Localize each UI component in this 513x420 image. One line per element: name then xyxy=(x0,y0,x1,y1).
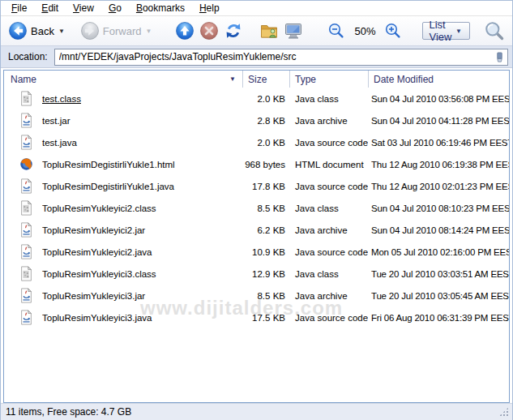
file-name: TopluResimYukleyici3.jar xyxy=(42,291,145,301)
computer-button[interactable] xyxy=(281,19,306,42)
menu-view[interactable]: View xyxy=(66,1,101,15)
menu-edit[interactable]: Edit xyxy=(34,1,66,15)
java-archive-file-icon xyxy=(19,222,34,238)
column-headers: Name ▼ Size Type Date Modified xyxy=(4,71,509,88)
forward-button[interactable]: Forward xyxy=(78,19,144,42)
zoom-out-button[interactable] xyxy=(325,20,348,41)
table-row[interactable]: TopluResimYukleyici2.class 8.5 KB Java c… xyxy=(4,197,509,219)
column-header-size[interactable]: Size xyxy=(242,71,289,88)
file-name: TopluResimYukleyici3.class xyxy=(42,269,156,279)
status-text: 11 items, Free space: 4.7 GB xyxy=(6,406,131,418)
file-list: Name ▼ Size Type Date Modified test.clas… xyxy=(3,70,510,403)
file-type: Java archive xyxy=(289,225,368,235)
zoom-level: 50% xyxy=(348,25,382,37)
file-type: Java class xyxy=(289,269,368,279)
stop-button[interactable] xyxy=(197,19,221,42)
file-date: Sat 03 Jul 2010 06:19:46 PM EEST xyxy=(368,138,509,148)
file-date: Fri 06 Aug 2010 06:31:39 PM EEST xyxy=(368,313,509,323)
location-bar: Location: xyxy=(1,46,512,68)
file-manager-window: File Edit View Go Bookmarks Help Back ▼ … xyxy=(0,0,513,420)
file-type: Java source code xyxy=(289,313,368,323)
view-mode-value: List View xyxy=(429,19,454,43)
forward-icon xyxy=(80,21,100,41)
file-size: 12.9 KB xyxy=(242,269,289,279)
java-class-file-icon xyxy=(19,91,34,106)
file-name: TopluResimDegistirliYukle1.html xyxy=(42,160,175,169)
resize-grip[interactable] xyxy=(498,407,509,417)
java-class-file-icon xyxy=(19,266,34,281)
back-icon xyxy=(8,21,28,41)
column-header-date[interactable]: Date Modified xyxy=(368,71,509,88)
table-row[interactable]: TopluResimDegistirliYukle1.html 968 byte… xyxy=(4,153,509,175)
home-button[interactable] xyxy=(257,19,281,42)
table-row[interactable]: TopluResimDegistirliYukle1.java 17.8 KB … xyxy=(4,175,509,197)
table-row[interactable]: test.jar 2.8 KB Java archive Sun 04 Jul … xyxy=(4,109,509,131)
location-input[interactable] xyxy=(54,49,508,66)
file-date: Tue 20 Jul 2010 03:03:51 AM EEST xyxy=(368,269,509,279)
table-row[interactable]: TopluResimYukleyici2.java 10.9 KB Java s… xyxy=(4,241,509,263)
file-date: Sun 04 Jul 2010 03:56:08 PM EEST xyxy=(368,94,509,104)
file-list-panel: Name ▼ Size Type Date Modified test.clas… xyxy=(1,68,512,403)
menu-help[interactable]: Help xyxy=(192,1,227,15)
file-name: test.class xyxy=(42,94,81,104)
zoom-in-button[interactable] xyxy=(382,20,404,41)
file-name: test.java xyxy=(42,138,77,148)
table-row[interactable]: test.class 2.0 KB Java class Sun 04 Jul … xyxy=(4,88,509,109)
reload-icon xyxy=(224,21,243,41)
menu-go[interactable]: Go xyxy=(101,1,129,15)
table-row[interactable]: TopluResimYukleyici3.jar 8.5 KB Java arc… xyxy=(4,285,509,306)
file-date: Sun 04 Jul 2010 04:11:28 PM EEST xyxy=(368,116,509,126)
menu-bookmarks[interactable]: Bookmarks xyxy=(129,1,192,15)
back-label: Back xyxy=(31,25,54,37)
table-row[interactable]: TopluResimYukleyici3.class 12.9 KB Java … xyxy=(4,263,509,285)
computer-icon xyxy=(284,21,303,41)
file-date: Sun 04 Jul 2010 08:10:23 PM EEST xyxy=(368,204,509,213)
java-archive-file-icon xyxy=(19,113,34,128)
file-size: 17.5 KB xyxy=(242,313,289,323)
back-button[interactable]: Back xyxy=(6,19,57,42)
clear-location-icon[interactable] xyxy=(494,51,506,63)
back-dropdown-icon[interactable]: ▼ xyxy=(57,28,66,35)
file-size: 8.5 KB xyxy=(242,291,289,301)
file-date: Mon 05 Jul 2010 02:16:00 PM EEST xyxy=(368,247,509,257)
file-size: 8.5 KB xyxy=(242,204,289,213)
file-type: Java source code xyxy=(289,138,368,148)
file-size: 17.8 KB xyxy=(242,182,289,191)
file-name: TopluResimYukleyici3.java xyxy=(42,313,152,323)
zoom-out-icon xyxy=(327,22,345,40)
chevron-down-icon: ▼ xyxy=(454,28,464,35)
file-type: Java archive xyxy=(289,291,368,301)
table-row[interactable]: test.java 2.0 KB Java source code Sat 03… xyxy=(4,131,509,153)
file-type: Java class xyxy=(289,94,368,104)
stop-icon xyxy=(199,21,219,41)
table-row[interactable]: TopluResimYukleyici2.jar 6.2 KB Java arc… xyxy=(4,219,509,241)
column-header-name[interactable]: Name ▼ xyxy=(4,71,242,88)
file-size: 10.9 KB xyxy=(242,247,289,257)
status-bar: 11 items, Free space: 4.7 GB xyxy=(1,403,512,420)
view-mode-select[interactable]: List View ▼ xyxy=(422,22,470,40)
search-icon xyxy=(484,20,505,41)
file-type: Java source code xyxy=(289,247,368,257)
java-source-file-icon xyxy=(19,310,34,325)
file-date: Thu 12 Aug 2010 02:01:23 PM EEST xyxy=(368,182,509,191)
sort-descending-icon: ▼ xyxy=(229,75,242,83)
toolbar: Back ▼ Forward ▼ 50% xyxy=(1,16,512,46)
search-button[interactable] xyxy=(481,19,507,43)
forward-dropdown-icon[interactable]: ▼ xyxy=(144,28,154,35)
firefox-html-file-icon xyxy=(19,156,34,172)
up-arrow-icon xyxy=(175,21,195,41)
file-name: TopluResimYukleyici2.class xyxy=(42,204,156,213)
java-source-file-icon xyxy=(19,135,34,150)
file-type: Java source code xyxy=(289,182,368,191)
file-type: Java class xyxy=(289,204,368,213)
reload-button[interactable] xyxy=(221,19,246,42)
table-row[interactable]: TopluResimYukleyici3.java 17.5 KB Java s… xyxy=(4,306,509,328)
zoom-in-icon xyxy=(384,22,402,40)
menu-file[interactable]: File xyxy=(4,1,34,15)
file-size: 6.2 KB xyxy=(242,225,289,235)
column-header-type[interactable]: Type xyxy=(289,71,368,88)
menu-bar: File Edit View Go Bookmarks Help xyxy=(1,1,512,16)
java-class-file-icon xyxy=(19,200,34,216)
java-source-file-icon xyxy=(19,178,34,194)
up-button[interactable] xyxy=(173,19,197,42)
